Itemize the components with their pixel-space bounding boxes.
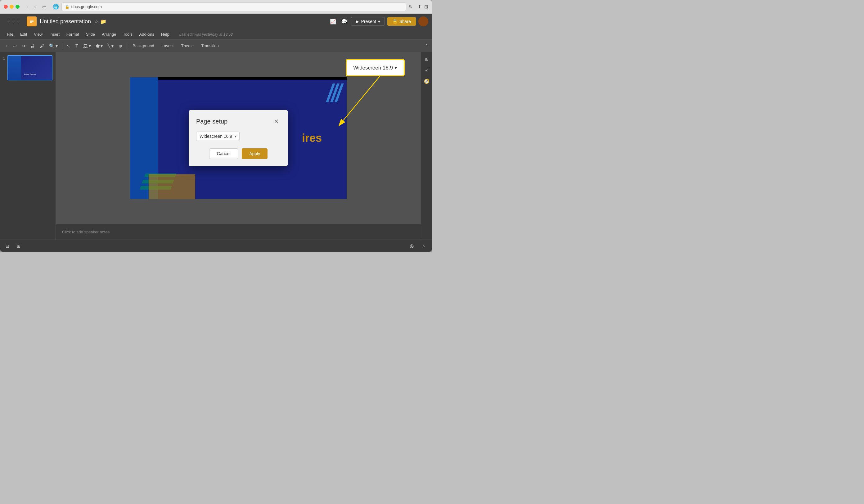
speaker-notes-placeholder[interactable]: Click to add speaker notes xyxy=(62,230,110,234)
app-content: ⋮⋮⋮ Untitled presentation ☆ 📁 📈 💬 xyxy=(0,14,432,252)
svg-rect-1 xyxy=(30,20,34,21)
transition-button[interactable]: Transition xyxy=(198,42,222,49)
menu-slide[interactable]: Slide xyxy=(83,31,98,38)
traffic-lights xyxy=(4,5,20,9)
svg-rect-3 xyxy=(30,22,32,23)
annotation-box: Widescreen 16:9 ▾ xyxy=(346,59,405,76)
speaker-notes: Click to add speaker notes xyxy=(56,224,421,240)
bottom-bar: ⊟ ⊞ ⊕ › xyxy=(0,240,432,252)
slide-number: 1 xyxy=(3,57,5,60)
slide-thumb-title: Latest Figures xyxy=(12,73,47,75)
user-avatar[interactable] xyxy=(418,16,428,26)
menu-edit[interactable]: Edit xyxy=(17,31,30,38)
minimize-window-button[interactable] xyxy=(10,5,14,9)
folder-button[interactable]: 📁 xyxy=(100,19,106,25)
slide-canvas: ires Widescreen 16:9 ▾ xyxy=(56,52,421,224)
address-bar[interactable]: 🔒 docs.google.com xyxy=(61,2,406,11)
annotation-label: Widescreen 16:9 ▾ xyxy=(353,64,397,71)
modal-close-button[interactable]: ✕ xyxy=(272,117,280,125)
background-button[interactable]: Background xyxy=(129,42,157,49)
menu-bar: File Edit View Insert Format Slide Arran… xyxy=(0,29,432,40)
image-button[interactable]: 🖼 ▾ xyxy=(81,42,93,50)
zoom-button[interactable]: 🔍 ▾ xyxy=(47,42,60,50)
reload-button[interactable]: ↻ xyxy=(409,4,413,10)
app-header: ⋮⋮⋮ Untitled presentation ☆ 📁 📈 💬 xyxy=(0,14,432,29)
svg-rect-2 xyxy=(30,21,34,22)
browser-actions: ⬆ ⊞ xyxy=(418,4,428,10)
menu-insert[interactable]: Insert xyxy=(46,31,63,38)
share-button[interactable]: 🔒 Share xyxy=(387,17,416,26)
favicon-icon: 🌐 xyxy=(53,4,59,10)
toolbar-separator-2 xyxy=(127,43,127,49)
present-button[interactable]: ▶ Present ▾ xyxy=(351,17,385,26)
right-panel: ⊞ ✓ 🧭 xyxy=(421,52,432,240)
toolbar-separator-1 xyxy=(62,43,62,49)
grid-view-button[interactable]: ⊟ xyxy=(4,242,11,250)
last-edit-text: Last edit was yesterday at 13:53 xyxy=(179,32,233,37)
toolbar: + ↩ ↪ 🖨 🖌 🔍 ▾ ↖ T 🖼 ▾ ⬟ ▾ ╲ ▾ ⊕ Backgrou… xyxy=(0,40,432,52)
doc-actions: ☆ 📁 xyxy=(94,19,106,25)
line-button[interactable]: ╲ ▾ xyxy=(106,42,116,50)
right-panel-compass-button[interactable]: 🧭 xyxy=(422,77,431,86)
star-button[interactable]: ☆ xyxy=(94,19,98,25)
layout-button[interactable]: Layout xyxy=(159,42,177,49)
share-page-button[interactable]: ⬆ xyxy=(418,4,422,10)
shapes-button[interactable]: ⬟ ▾ xyxy=(94,42,105,50)
canvas-area: ires Widescreen 16:9 ▾ xyxy=(56,52,421,240)
apply-button[interactable]: Apply xyxy=(242,148,267,159)
app-logo xyxy=(27,16,37,26)
page-size-dropdown[interactable]: Widescreen 16:9 ▾ xyxy=(196,132,240,141)
right-panel-check-button[interactable]: ✓ xyxy=(422,66,431,74)
header-right: 📈 💬 ▶ Present ▾ 🔒 Share xyxy=(329,16,428,26)
browser-window: ‹ › ▭ 🌐 🔒 docs.google.com ↻ ⬆ ⊞ ⋮⋮⋮ xyxy=(0,0,432,252)
print-button[interactable]: 🖨 xyxy=(28,42,37,50)
menu-view[interactable]: View xyxy=(31,31,46,38)
present-icon: ▶ xyxy=(356,19,359,24)
menu-grid-button[interactable]: ⋮⋮⋮ xyxy=(4,17,22,26)
modal-footer: Cancel Apply xyxy=(196,148,280,159)
comments-button[interactable]: 💬 xyxy=(340,17,349,26)
modal-backdrop: Page setup ✕ Widescreen 16:9 ▾ Cancel xyxy=(56,52,421,224)
modal-header: Page setup ✕ xyxy=(196,117,280,125)
doc-title: Untitled presentation xyxy=(40,18,91,25)
close-window-button[interactable] xyxy=(4,5,8,9)
add-note-button[interactable]: ⊕ xyxy=(407,242,416,250)
menu-help[interactable]: Help xyxy=(158,31,172,38)
menu-addons[interactable]: Add-ons xyxy=(136,31,157,38)
theme-button[interactable]: Theme xyxy=(178,42,197,49)
cancel-button[interactable]: Cancel xyxy=(209,148,238,159)
cursor-button[interactable]: ↖ xyxy=(65,42,72,50)
menu-tools[interactable]: Tools xyxy=(120,31,135,38)
plus-button[interactable]: ⊕ xyxy=(117,42,124,50)
analytics-button[interactable]: 📈 xyxy=(329,17,337,26)
right-panel-grid-button[interactable]: ⊞ xyxy=(422,55,431,63)
undo-button[interactable]: ↩ xyxy=(11,42,19,50)
add-slide-button[interactable]: + xyxy=(4,42,10,50)
main-area: 1 Latest Figures xyxy=(0,52,432,240)
url-text: docs.google.com xyxy=(71,4,403,9)
maximize-window-button[interactable] xyxy=(15,5,20,9)
forward-button[interactable]: › xyxy=(32,3,38,10)
menu-arrange[interactable]: Arrange xyxy=(99,31,119,38)
page-size-value: Widescreen 16:9 xyxy=(200,134,232,139)
filmstrip-view-button[interactable]: ⊞ xyxy=(15,242,22,250)
page-setup-dialog: Page setup ✕ Widescreen 16:9 ▾ Cancel xyxy=(189,110,288,166)
paint-format-button[interactable]: 🖌 xyxy=(38,42,46,50)
lock-share-icon: 🔒 xyxy=(392,19,398,24)
back-button[interactable]: ‹ xyxy=(25,3,30,10)
menu-format[interactable]: Format xyxy=(63,31,82,38)
collapse-toolbar-button[interactable]: ⌃ xyxy=(424,44,428,48)
slide-thumbnail-container: 1 Latest Figures xyxy=(3,55,52,80)
slides-panel: 1 Latest Figures xyxy=(0,52,56,240)
expand-panel-button[interactable]: › xyxy=(420,242,428,250)
lock-icon: 🔒 xyxy=(65,5,70,9)
text-box-button[interactable]: T xyxy=(74,42,80,50)
new-tab-button[interactable]: ⊞ xyxy=(424,4,428,10)
modal-body: Widescreen 16:9 ▾ xyxy=(196,132,280,141)
present-dropdown-arrow: ▾ xyxy=(378,19,380,24)
redo-button[interactable]: ↪ xyxy=(20,42,27,50)
slide-thumbnail[interactable]: Latest Figures xyxy=(8,55,52,80)
menu-file[interactable]: File xyxy=(4,31,16,38)
modal-title: Page setup xyxy=(196,118,227,125)
sidebar-toggle-button[interactable]: ▭ xyxy=(40,3,48,10)
